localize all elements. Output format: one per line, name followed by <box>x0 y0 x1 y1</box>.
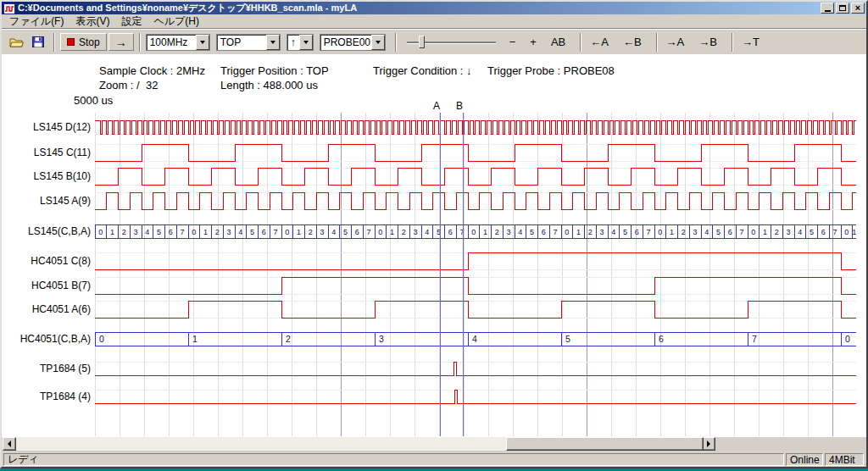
bus-value: 2 <box>286 334 291 344</box>
trace-label: HC4051 C(8) <box>31 255 91 267</box>
chevron-down-icon[interactable] <box>299 35 313 50</box>
bus-value: 3 <box>414 228 418 236</box>
trigger-probe-select[interactable]: PROBE00 <box>320 34 386 51</box>
bus-value: 5 <box>623 228 627 236</box>
trigger-edge-value: ↑ <box>287 35 299 50</box>
bus-value: 1 <box>576 228 581 236</box>
scroll-track[interactable] <box>16 437 702 451</box>
maximize-icon <box>839 5 846 11</box>
bus-value: 4 <box>472 334 477 344</box>
bus-value: 0 <box>845 334 850 344</box>
jump-b-right-button[interactable]: →B <box>695 34 721 50</box>
save-button[interactable] <box>28 33 48 52</box>
trigger-position-select[interactable]: TOP <box>216 34 281 51</box>
jump-trigger-button[interactable]: →T <box>738 34 763 50</box>
bus-value: 0 <box>751 228 755 236</box>
menu-view[interactable]: 表示(V) <box>70 14 115 30</box>
waveform-svg[interactable]: LS145 D(12)LS145 C(11)LS145 B(10)LS145 A… <box>2 54 866 437</box>
maximize-button[interactable] <box>836 3 849 14</box>
toolbar: Stop → 100MHz TOP ↑ PROBE00 − + AB <box>2 29 866 54</box>
bus-value: 5 <box>530 228 534 236</box>
signal-trace <box>95 362 856 375</box>
bus-value: 1 <box>192 334 198 344</box>
close-button[interactable]: × <box>851 3 865 14</box>
sample-clock-select[interactable]: 100MHz <box>146 34 210 51</box>
trace-label: LS145 B(10) <box>34 170 91 182</box>
signal-trace <box>95 301 856 318</box>
bus-value: 2 <box>775 228 779 236</box>
trigger-position-value: TOP <box>217 35 266 50</box>
bus-value: 0 <box>565 228 569 236</box>
bus-value: 6 <box>728 228 732 236</box>
bus-value: 6 <box>635 228 639 236</box>
bus-value: 1 <box>670 228 674 236</box>
signal-trace <box>95 168 856 185</box>
horizontal-scrollbar[interactable] <box>3 437 715 451</box>
toolbar-separator <box>395 33 397 52</box>
stop-label: Stop <box>79 36 100 48</box>
signal-trace <box>95 144 856 161</box>
bus-value: 3 <box>693 228 698 236</box>
bus-value: 6 <box>448 228 453 236</box>
scroll-thumb[interactable] <box>506 437 704 451</box>
zoom-in-button[interactable]: + <box>526 34 540 50</box>
bus-value: 3 <box>787 228 791 236</box>
trace-label: LS145 C(11) <box>34 147 91 158</box>
zoom-slider-thumb[interactable] <box>419 36 425 48</box>
bus-value: 0 <box>99 334 104 344</box>
chevron-down-icon[interactable] <box>196 35 209 50</box>
bus-value: 0 <box>98 228 103 236</box>
run-button[interactable]: → <box>108 33 134 51</box>
bus-value: 6 <box>659 334 664 344</box>
bus-value: 5 <box>716 228 721 236</box>
menu-settings[interactable]: 設定 <box>115 14 147 30</box>
bus-value: 4 <box>611 228 615 236</box>
zoom-out-button[interactable]: − <box>506 34 520 50</box>
bus-value: 6 <box>542 228 546 236</box>
bus-value: 0 <box>192 228 196 236</box>
signal-trace <box>95 120 856 134</box>
chevron-down-icon[interactable] <box>266 35 280 50</box>
bus-value: 3 <box>227 228 231 236</box>
stop-icon <box>67 38 75 46</box>
statusbar: レディ Online 4MBit <box>2 452 866 467</box>
bus-value: 0 <box>844 228 849 236</box>
bus-value: 2 <box>215 228 220 236</box>
bus-value: 7 <box>752 334 757 344</box>
toolbar-separator <box>656 33 658 52</box>
bus-value: 3 <box>320 228 325 236</box>
minimize-button[interactable] <box>821 3 834 14</box>
menu-help[interactable]: ヘルプ(H) <box>147 14 205 30</box>
floppy-disk-icon <box>32 36 44 47</box>
bus-value: 2 <box>309 228 313 236</box>
toolbar-separator <box>732 33 733 52</box>
bus-value: 1 <box>852 228 856 236</box>
jump-a-left-button[interactable]: ←A <box>587 34 612 50</box>
bus-value: 1 <box>297 228 301 236</box>
bus-value: 3 <box>379 334 384 344</box>
scroll-left-button[interactable] <box>3 437 16 451</box>
bus-value: 5 <box>565 334 570 344</box>
trigger-edge-select[interactable]: ↑ <box>287 34 314 51</box>
bus-value: 2 <box>495 228 499 236</box>
scroll-row <box>2 437 866 451</box>
chevron-down-icon[interactable] <box>371 35 385 50</box>
bus-value: 3 <box>600 228 604 236</box>
bus-value: 6 <box>821 228 826 236</box>
stop-button[interactable]: Stop <box>60 33 107 51</box>
bus-value: 4 <box>238 228 242 236</box>
open-button[interactable] <box>6 33 26 52</box>
trace-label: TP1684 (4) <box>40 391 91 402</box>
trace-label: HC4051(C,B,A) <box>20 333 91 345</box>
app-icon <box>3 3 15 14</box>
jump-b-left-button[interactable]: ←B <box>620 34 645 50</box>
bus-value: 1 <box>203 228 208 236</box>
menu-file[interactable]: ファイル(F) <box>3 14 70 30</box>
zoom-slider[interactable] <box>407 35 496 50</box>
zoom-ab-button[interactable]: AB <box>548 34 569 50</box>
jump-a-right-button[interactable]: →A <box>663 34 688 50</box>
scroll-right-button[interactable] <box>702 437 715 451</box>
bus-value: 7 <box>647 228 651 236</box>
minimize-icon <box>825 10 831 12</box>
bus-value: 4 <box>145 228 149 236</box>
